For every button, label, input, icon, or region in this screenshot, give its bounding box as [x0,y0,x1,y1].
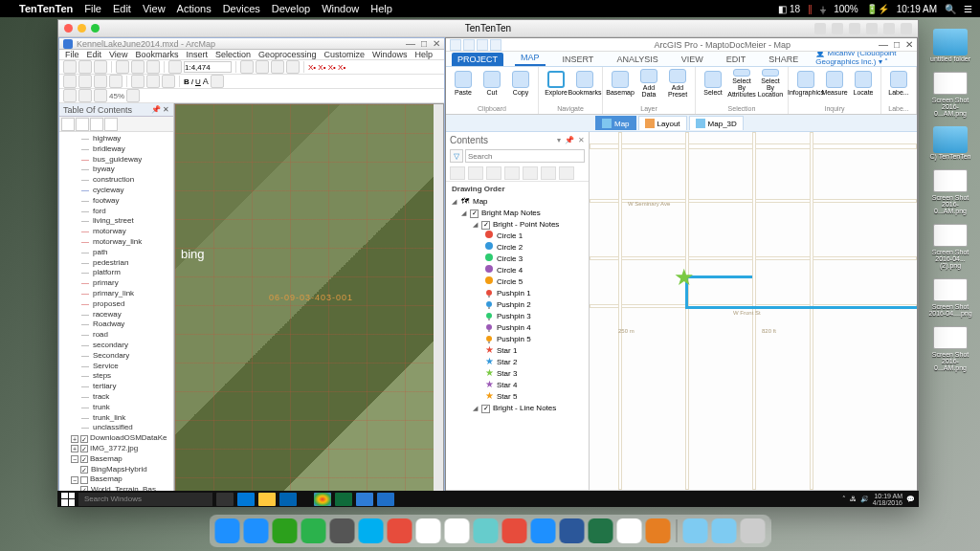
toc-layer-item[interactable]: —steps [63,371,169,382]
tree-symbol[interactable]: Circle 2 [450,242,585,253]
toc-layer-item[interactable]: —proposed [63,299,169,310]
scale-input[interactable] [184,61,232,73]
arccatalog-taskbar-icon[interactable] [356,493,373,506]
qa-more-icon[interactable] [490,39,501,51]
tb-pan-icon[interactable] [94,75,107,88]
vm-tool-4[interactable] [866,23,878,34]
pro-titlebar[interactable]: ArcGIS Pro - MaptoDocMeier - Map —□✕ [446,38,917,52]
view-tab-map[interactable]: Map [595,116,636,130]
vm-titlebar[interactable]: TenTenTen [58,20,918,37]
dock-safari-icon[interactable] [244,518,269,543]
tb-g2[interactable] [78,89,92,102]
tb-identify-icon[interactable] [146,75,160,88]
tb-cut-icon[interactable] [116,60,129,74]
mac-menu-window[interactable]: Window [322,3,359,14]
toc-group-item[interactable]: +✓DownloadOSMDataKe [63,433,169,444]
arcmap-titlebar[interactable]: KennelLakeJune2014.mxd - ArcMap —□✕ [59,38,444,50]
tb-font-a[interactable]: A [203,77,209,86]
contents-search-input[interactable] [465,149,585,163]
menubar-notifications-icon[interactable]: ☰ [964,4,972,14]
dock-appstore-icon[interactable] [531,518,556,543]
tb-zoomout-icon[interactable] [78,75,92,88]
tree-symbol[interactable]: ★Star 2 [450,357,585,368]
toc-layer-item[interactable]: —motorway [63,227,169,237]
tree-symbol[interactable]: Circle 4 [450,265,585,276]
arcmap-close-icon[interactable]: ✕ [433,38,440,49]
toc-layer-item[interactable]: —road [63,330,169,341]
menubar-time[interactable]: 10:19 AM [897,4,937,14]
dock-feedly-icon[interactable] [301,518,326,543]
ribbon-tab-analysis[interactable]: ANALYSIS [611,53,663,66]
tb-bold-icon[interactable]: B [184,77,189,86]
toc-basemap-item[interactable]: ✓BingMapsHybrid [63,465,169,475]
tb-toolbox-icon[interactable] [271,60,284,74]
qa-undo-icon[interactable] [463,39,475,51]
vm-tool-1[interactable] [814,23,826,34]
pro-min-icon[interactable]: — [879,39,888,50]
explorer-icon[interactable] [258,493,276,506]
desktop-file[interactable]: Screen Shot 2016-0...AM.png [926,169,974,214]
mac-app-name[interactable]: TenTenTen [19,3,73,14]
ribbon-btn-infographics[interactable]: Infographics [792,69,819,98]
ct-list-icon[interactable] [450,166,465,180]
toc-pin-icon[interactable]: 📌 ✕ [151,105,169,114]
mac-menu-devices[interactable]: Devices [223,3,260,14]
dock-calendar-icon[interactable] [617,518,642,543]
pro-max-icon[interactable]: □ [894,39,900,50]
toc-layer-item[interactable]: —living_street [63,216,169,227]
mac-menu-help[interactable]: Help [370,3,392,14]
view-tab-map3d[interactable]: Map_3D [689,116,744,130]
tb-g3[interactable] [94,89,107,102]
menubar-battery[interactable]: 100% [834,4,858,14]
toc-layer-item[interactable]: —footway [63,196,169,207]
arcmap-menu-geoprocessing[interactable]: Geoprocessing [258,50,317,59]
toc-layer-item[interactable]: —Secondary [63,351,169,362]
desktop-file[interactable]: Screen Shot 2016-04....png [926,278,974,317]
dock-evernote-icon[interactable] [330,518,355,543]
ribbon-btn-copy[interactable]: Copy [507,69,534,98]
ribbon-btn-basemap[interactable]: Basemap [607,69,634,98]
tree-map[interactable]: ◢🗺Map [450,196,585,208]
ribbon-tab-project[interactable]: PROJECT [452,53,503,66]
ribbon-tab-map[interactable]: MAP [515,51,546,66]
vm-tool-2[interactable] [832,23,843,34]
desktop-file[interactable]: untitled folder [926,29,974,62]
toc-layer-item[interactable]: —raceway [63,310,169,320]
desktop-file[interactable]: Screen Shot 2016-04...(2).png [926,224,974,269]
tb-zoomin-icon[interactable] [63,75,77,88]
tray-up-icon[interactable]: ˄ [842,496,846,503]
toc-layer-item[interactable]: —Service [63,362,169,372]
toc-tab-3[interactable] [90,118,103,131]
toc-layer-item[interactable]: —path [63,248,169,258]
arcmap-menu-windows[interactable]: Windows [372,50,408,59]
ct-label-icon[interactable] [541,166,556,180]
tree-symbol[interactable]: Pushpin 3 [450,311,585,322]
dock-skype-icon[interactable] [359,518,384,543]
arcmap-map-view[interactable]: bing 06-09-03-403-001 [174,103,444,497]
mac-menu-file[interactable]: File [84,3,101,14]
tree-symbol[interactable]: Circle 5 [450,276,585,288]
dock-books-icon[interactable] [646,518,671,543]
toc-layer-item[interactable]: —primary [63,278,169,289]
toc-layer-item[interactable]: —byway [63,165,169,175]
arcmap-menu-view[interactable]: View [109,50,127,59]
tb-x-tools[interactable]: X• X• X• X• [308,63,345,72]
view-tab-layout[interactable]: Layout [638,116,687,130]
close-icon[interactable] [64,24,73,33]
tb-editor-icon[interactable] [240,60,254,74]
edge-icon[interactable] [237,493,255,506]
toc-layer-item[interactable]: —tertiary [63,382,169,392]
vm-tool-3[interactable] [849,23,860,34]
arcmap-min-icon[interactable]: — [406,38,415,49]
tb-python-icon[interactable] [286,60,300,74]
vm-tool-5[interactable] [883,23,895,34]
dock-maps-icon[interactable] [474,518,499,543]
toc-group-item[interactable]: +✓IMG_3772.jpg [63,444,169,454]
toc-group-item[interactable]: −✓Basemap [63,454,169,465]
store-icon[interactable] [279,493,297,506]
dock-trash-icon[interactable] [741,518,766,543]
mac-menu-develop[interactable]: Develop [272,3,310,14]
arcmap-menu-edit[interactable]: Edit [87,50,102,59]
dock-finder-icon[interactable] [215,518,240,543]
ribbon-btn-paste[interactable]: Paste [450,69,477,98]
